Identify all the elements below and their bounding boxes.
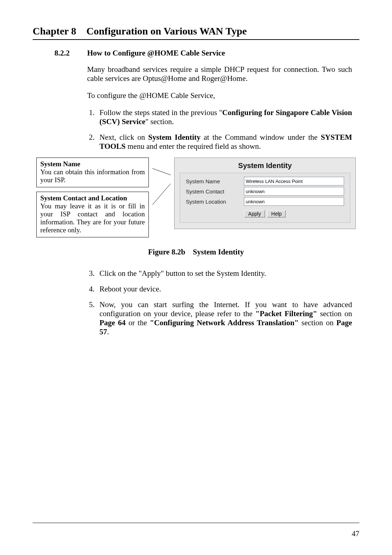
svg-line-1: [152, 184, 171, 205]
input-system-name[interactable]: [244, 177, 344, 185]
chapter-heading: Chapter 8 Configuration on Various WAN T…: [33, 25, 359, 39]
field-system-contact: System Contact: [186, 187, 344, 196]
step-3: Click on the "Apply" button to set the S…: [97, 269, 352, 278]
steps-list: Follow the steps stated in the previous …: [87, 108, 352, 151]
step-1: Follow the steps stated in the previous …: [97, 108, 352, 126]
svg-line-0: [152, 168, 171, 175]
callout-title: System Name: [40, 160, 80, 168]
chapter-label: Chapter 8: [33, 25, 76, 37]
steps-list-continued: Click on the "Apply" button to set the S…: [87, 269, 352, 336]
chapter-rule: [33, 39, 359, 40]
intro-paragraph-1: Many broadband services require a simple…: [87, 65, 352, 83]
footer-rule: [33, 523, 359, 523]
page-number: 47: [352, 529, 359, 538]
screenshot-button-row: Apply Help: [186, 210, 344, 217]
figure-8-2b: System Name You can obtain this informat…: [36, 158, 356, 237]
step-5: Now, you can start surfing the Internet.…: [97, 300, 352, 336]
callout-body: You may leave it as it is or fill in you…: [40, 202, 145, 234]
screenshot-form-panel: System Name System Contact System Locati…: [180, 173, 350, 223]
callout-system-contact-location: System Contact and Location You may leav…: [36, 192, 149, 237]
figure-title: System Identity: [193, 248, 244, 256]
input-system-contact[interactable]: [244, 187, 344, 196]
apply-button[interactable]: Apply: [244, 210, 265, 217]
callout-body: You can obtain this information from you…: [40, 168, 145, 184]
step-4: Reboot your device.: [97, 285, 352, 294]
figure-callouts: System Name You can obtain this informat…: [36, 158, 149, 237]
system-identity-screenshot: System Identity System Name System Conta…: [174, 158, 356, 229]
field-system-name: System Name: [186, 177, 344, 185]
step-2: Next, click on System Identity at the Co…: [97, 133, 352, 151]
intro-paragraph-2: To configure the @HOME Cable Service,: [87, 91, 352, 100]
field-system-location: System Location: [186, 197, 344, 206]
section-heading: 8.2.2 How to Configure @HOME Cable Servi…: [54, 49, 359, 58]
callout-system-name: System Name You can obtain this informat…: [36, 158, 149, 187]
chapter-title-text: Configuration on Various WAN Type: [86, 25, 247, 37]
section-title: How to Configure @HOME Cable Service: [87, 49, 225, 58]
section-number: 8.2.2: [54, 49, 87, 58]
connector-lines-icon: [152, 158, 171, 230]
figure-caption: Figure 8.2b System Identity: [33, 248, 359, 257]
callout-title: System Contact and Location: [40, 194, 127, 202]
label-system-name: System Name: [186, 178, 244, 184]
help-button[interactable]: Help: [267, 210, 286, 217]
label-system-location: System Location: [186, 199, 244, 205]
screenshot-title: System Identity: [180, 162, 350, 170]
input-system-location[interactable]: [244, 197, 344, 206]
label-system-contact: System Contact: [186, 188, 244, 195]
figure-label: Figure 8.2b: [148, 248, 185, 256]
